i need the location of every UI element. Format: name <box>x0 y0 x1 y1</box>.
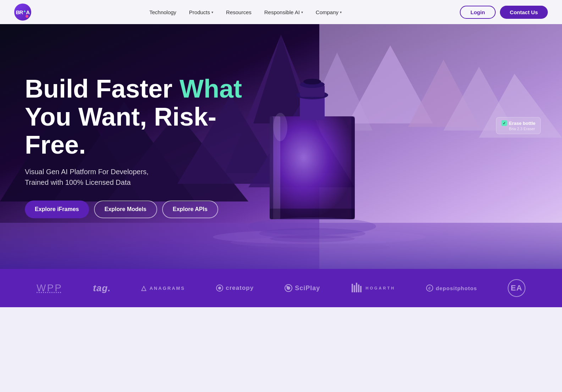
svg-text:d: d <box>428 286 431 290</box>
svg-point-28 <box>303 79 321 84</box>
explore-iframes-button[interactable]: Explore iFrames <box>25 200 89 218</box>
erase-label-subtext: Bria 2.3 Eraser <box>501 127 535 131</box>
logo[interactable]: BR▲A <box>14 4 31 21</box>
logo-sciplay: SciPlay <box>284 284 320 292</box>
hero-title-accent: What <box>180 74 242 103</box>
svg-point-36 <box>286 286 288 287</box>
logo-anagrams: △ ANAGRAMS <box>141 284 185 292</box>
hero-buttons: Explore iFrames Explore Models Explore A… <box>25 200 273 218</box>
hero-section: Build Faster What You Want, Risk-Free. V… <box>0 24 562 269</box>
explore-models-button[interactable]: Explore Models <box>94 200 157 218</box>
logo-ea: EA <box>508 279 525 297</box>
svg-rect-39 <box>356 283 357 292</box>
logo-icon: BR▲A <box>14 4 31 21</box>
contact-button[interactable]: Contact Us <box>500 6 548 19</box>
logo-depositphotos: d depositphotos <box>426 284 477 292</box>
nav-links: Technology Products ▾ Resources Responsi… <box>149 9 342 15</box>
bottom-section <box>0 307 562 392</box>
nav-item-company[interactable]: Company ▾ <box>316 9 342 15</box>
hero-subtitle: Visual Gen AI Platform For Developers, T… <box>25 166 273 188</box>
nav-item-products[interactable]: Products ▾ <box>189 9 213 15</box>
logo-tag: tag. <box>93 283 111 294</box>
svg-point-20 <box>273 113 287 141</box>
explore-apis-button[interactable]: Explore APIs <box>162 200 218 218</box>
svg-point-31 <box>270 235 355 242</box>
svg-rect-22 <box>351 116 355 219</box>
nav-item-responsible-ai[interactable]: Responsible AI ▾ <box>264 9 303 15</box>
hero-title: Build Faster What You Want, Risk-Free. <box>25 75 273 159</box>
svg-point-33 <box>218 287 221 289</box>
chevron-down-icon: ▾ <box>301 10 303 14</box>
nav-item-resources[interactable]: Resources <box>226 9 252 15</box>
chevron-down-icon: ▾ <box>340 10 342 14</box>
navbar: BR▲A Technology Products ▾ Resources Res… <box>0 0 562 24</box>
logos-bar: WPP tag. △ ANAGRAMS creatopy SciPlay HOG… <box>0 269 562 307</box>
logo-creatopy: creatopy <box>216 284 254 292</box>
svg-rect-38 <box>354 285 355 292</box>
hero-content: Build Faster What You Want, Risk-Free. V… <box>25 75 273 218</box>
login-button[interactable]: Login <box>460 6 496 19</box>
svg-rect-41 <box>360 286 362 292</box>
svg-point-17 <box>248 243 390 251</box>
logo-dot <box>26 15 28 18</box>
check-icon: ✓ <box>501 120 507 126</box>
svg-rect-40 <box>358 285 359 292</box>
nav-item-technology[interactable]: Technology <box>149 9 176 15</box>
erase-label-text: Erase bottle <box>509 121 535 126</box>
svg-rect-37 <box>352 284 353 292</box>
hero-title-part1: Build Faster <box>25 74 180 103</box>
navbar-actions: Login Contact Us <box>460 6 548 19</box>
hero-title-part2: You Want, Risk-Free. <box>25 103 216 159</box>
erase-label-overlay: ✓ Erase bottle Bria 2.3 Eraser <box>496 117 541 134</box>
logo-hogarth: HOGARTH <box>351 282 396 294</box>
chevron-down-icon: ▾ <box>211 10 213 14</box>
logo-wpp: WPP <box>37 282 62 294</box>
